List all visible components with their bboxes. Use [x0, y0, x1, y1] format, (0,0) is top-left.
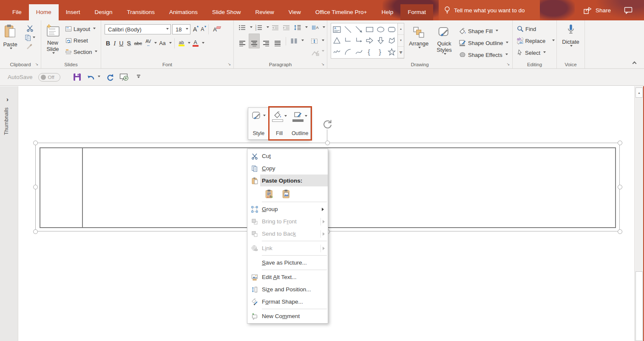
tab-file[interactable]: File	[5, 4, 29, 20]
resize-handle-top-right[interactable]	[618, 141, 622, 145]
character-spacing-button[interactable]: AV↔	[144, 39, 152, 48]
shape-right-arrow-icon[interactable]	[365, 36, 374, 45]
arrange-button[interactable]: Arrange	[404, 23, 433, 62]
autosave-toggle[interactable]: Off	[38, 73, 60, 82]
shape-scribble-icon[interactable]	[332, 48, 341, 56]
paste-keep-text-button[interactable]: a	[264, 188, 275, 200]
format-painter-button[interactable]	[26, 44, 33, 50]
table-column-divider[interactable]	[82, 148, 83, 227]
shape-line-icon[interactable]	[343, 25, 352, 34]
tab-slide-show[interactable]: Slide Show	[205, 4, 248, 20]
menu-item-link[interactable]: Link	[247, 242, 328, 254]
layout-button[interactable]: Layout	[65, 24, 97, 34]
menu-item-save-as-picture[interactable]: Save as Picture...	[247, 256, 328, 269]
find-button[interactable]: Find	[517, 24, 556, 34]
resize-handle-top-center[interactable]	[325, 141, 330, 145]
redo-button[interactable]	[106, 73, 114, 81]
scrollbar-up-button[interactable]: ▲	[635, 87, 643, 98]
start-slideshow-button[interactable]	[119, 73, 130, 82]
shape-freeform-icon[interactable]	[387, 36, 396, 45]
thumbnails-panel-collapsed[interactable]: › Thumbnails	[0, 86, 18, 341]
font-name-combo[interactable]: Calibri (Body)	[105, 24, 171, 34]
shape-fill-button[interactable]: Shape Fill	[459, 26, 508, 36]
align-center-button[interactable]	[249, 34, 260, 48]
comments-button[interactable]	[624, 0, 633, 20]
align-right-button[interactable]	[261, 34, 271, 48]
font-dialog-launcher[interactable]	[227, 62, 232, 67]
shape-effects-button[interactable]: Shape Effects	[459, 50, 508, 59]
tab-view[interactable]: View	[281, 4, 308, 20]
tab-format[interactable]: Format	[400, 4, 433, 20]
shape-star-icon[interactable]	[387, 48, 396, 56]
shape-arc-icon[interactable]	[343, 48, 352, 56]
tab-animations[interactable]: Animations	[162, 4, 205, 20]
clipboard-dialog-launcher[interactable]	[34, 62, 39, 67]
grow-font-button[interactable]: A▲	[192, 25, 198, 33]
shape-curve-icon[interactable]	[355, 48, 363, 56]
shape-textbox-icon[interactable]: A	[332, 25, 341, 34]
shape-right-brace-icon[interactable]: }	[376, 48, 385, 56]
paste-dropdown[interactable]	[10, 48, 12, 51]
shape-rectangle-icon[interactable]	[365, 25, 374, 34]
shape-down-arrow-icon[interactable]	[376, 36, 385, 45]
tab-home[interactable]: Home	[29, 4, 59, 20]
outline-button[interactable]: Outline	[289, 108, 310, 139]
justify-button[interactable]	[272, 34, 283, 48]
shape-rounded-rectangle-icon[interactable]	[387, 25, 396, 34]
section-button[interactable]: Section	[65, 47, 97, 56]
bold-button[interactable]: B	[105, 39, 111, 47]
paste-button[interactable]: Paste	[0, 20, 20, 59]
expand-thumbnails-chevron[interactable]: ›	[6, 96, 9, 103]
decrease-indent-button[interactable]	[270, 25, 280, 31]
vertical-scrollbar[interactable]: ▲	[634, 86, 643, 341]
tab-insert[interactable]: Insert	[59, 4, 88, 20]
resize-handle-mid-left[interactable]	[33, 185, 38, 189]
dictate-button[interactable]: Dictate	[557, 20, 584, 59]
fill-button[interactable]: Fill	[269, 108, 290, 139]
menu-item-group[interactable]: Group	[247, 203, 328, 215]
undo-button[interactable]	[87, 74, 100, 81]
tab-transitions[interactable]: Transitions	[120, 4, 162, 20]
new-slide-button[interactable]: New Slide	[41, 20, 64, 59]
underline-button[interactable]: U	[118, 39, 125, 47]
select-button[interactable]: Select	[517, 48, 556, 57]
menu-item-format-shape[interactable]: Format Shape...	[247, 296, 328, 308]
save-button[interactable]	[73, 73, 81, 81]
shape-oval-icon[interactable]	[376, 25, 385, 34]
gallery-scroll-down[interactable]: ▼	[398, 35, 404, 46]
align-text-button[interactable]	[309, 38, 319, 45]
change-case-button[interactable]: Aa	[158, 40, 167, 47]
menu-item-bring-to-front[interactable]: Bring to Front	[247, 215, 328, 228]
font-color-button[interactable]: A	[191, 39, 200, 47]
resize-handle-bottom-left[interactable]	[33, 229, 38, 234]
tell-me-search[interactable]: Tell me what you want to do	[439, 0, 540, 20]
align-left-button[interactable]	[237, 34, 247, 48]
drawing-dialog-launcher[interactable]	[506, 62, 511, 67]
tab-office-timeline-pro[interactable]: Office Timeline Pro+	[308, 4, 374, 20]
columns-button[interactable]	[289, 38, 299, 44]
shape-elbow-connector-icon[interactable]	[343, 36, 352, 45]
menu-item-size-and-position[interactable]: Size and Position...	[247, 283, 328, 296]
menu-item-cut[interactable]: Cut	[247, 150, 328, 162]
share-button[interactable]: Share	[583, 0, 611, 20]
scrollbar-thumb[interactable]	[635, 271, 643, 341]
style-button[interactable]: Style	[248, 108, 269, 139]
shape-arrow-icon[interactable]	[355, 25, 363, 34]
menu-item-send-to-back[interactable]: Send to Back	[247, 228, 328, 240]
rotate-handle-icon[interactable]	[322, 118, 333, 130]
copy-button[interactable]	[25, 34, 35, 41]
line-spacing-button[interactable]	[292, 24, 303, 31]
gallery-scroll-up[interactable]: ▲	[398, 23, 404, 35]
font-size-combo[interactable]: 18	[172, 24, 190, 34]
reset-button[interactable]: Reset	[65, 36, 97, 45]
resize-handle-bottom-right[interactable]	[618, 229, 622, 234]
quick-styles-button[interactable]: Quick Styles	[433, 23, 455, 62]
shape-left-brace-icon[interactable]: {	[365, 48, 374, 56]
collapse-ribbon-button[interactable]	[633, 61, 637, 65]
tab-help[interactable]: Help	[374, 4, 400, 20]
tab-design[interactable]: Design	[88, 4, 120, 20]
paste-picture-button[interactable]	[281, 188, 292, 200]
cut-button[interactable]	[26, 25, 34, 32]
shape-elbow-arrow-connector-icon[interactable]	[355, 36, 363, 45]
resize-handle-top-left[interactable]	[33, 141, 38, 145]
